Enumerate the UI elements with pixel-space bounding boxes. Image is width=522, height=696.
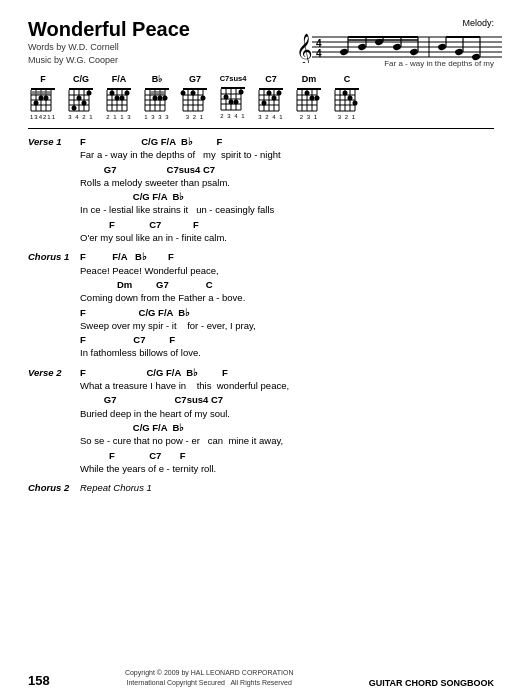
- song-content: Verse 1 F C/G F/A B♭ F Far a - way in th…: [28, 135, 494, 496]
- divider: [28, 128, 494, 129]
- verse2-label: Verse 2: [28, 366, 80, 381]
- svg-point-53: [77, 96, 82, 101]
- verse1-line3: C/G F/A B♭ In ce - lestial like strains …: [80, 190, 494, 217]
- header: Wonderful Peace Words by W.D. Cornell Mu…: [28, 18, 494, 68]
- svg-point-83: [163, 96, 168, 101]
- chord-diagrams-row: F 134211 C/G: [28, 74, 494, 120]
- svg-point-39: [34, 101, 39, 106]
- svg-point-123: [272, 96, 277, 101]
- svg-point-148: [343, 91, 348, 96]
- svg-point-149: [348, 96, 353, 101]
- svg-point-136: [310, 96, 315, 101]
- credits: Words by W.D. Cornell Music by W.G. Coop…: [28, 41, 190, 66]
- footer-book-title: GUITAR CHORD SONGBOOK: [369, 678, 494, 688]
- svg-rect-125: [297, 88, 321, 90]
- svg-point-41: [44, 96, 49, 101]
- svg-point-40: [39, 96, 44, 101]
- svg-rect-42: [69, 88, 93, 90]
- svg-rect-70: [145, 88, 169, 90]
- verse1-label: Verse 1: [28, 135, 80, 150]
- svg-point-21: [437, 43, 446, 51]
- svg-rect-80: [150, 91, 165, 95]
- svg-rect-28: [31, 88, 55, 90]
- footer-copyright: Copyright © 2009 by HAL LEONARD CORPORAT…: [125, 668, 294, 688]
- chord-diagram-FA: F/A 2 1 1 3: [104, 74, 134, 120]
- svg-point-23: [454, 48, 463, 56]
- verse2-row: Verse 2 F C/G F/A B♭ F What a treasure I…: [28, 366, 494, 476]
- svg-point-107: [224, 95, 229, 100]
- verse2-line1: F C/G F/A B♭ F What a treasure I have in…: [80, 366, 494, 393]
- svg-point-94: [181, 91, 186, 96]
- chorus1-line2: Dm G7 C Coming down from the Father a - …: [80, 278, 494, 305]
- chorus2-label: Chorus 2: [28, 481, 80, 496]
- chord-diagram-F: F 134211: [28, 74, 58, 120]
- verse1-content: F C/G F/A B♭ F Far a - way in the depths…: [80, 135, 494, 245]
- svg-point-66: [110, 91, 115, 96]
- verse2-content: F C/G F/A B♭ F What a treasure I have in…: [80, 366, 494, 476]
- svg-point-55: [87, 91, 92, 96]
- svg-rect-97: [221, 87, 245, 89]
- svg-point-67: [115, 96, 120, 101]
- chord-diagram-G7: G7 3 2 1: [180, 74, 210, 120]
- verse2-line3: C/G F/A B♭ So se - cure that no pow - er…: [80, 421, 494, 448]
- svg-rect-84: [183, 88, 207, 90]
- chorus1-content: F F/A B♭ F Peace! Peace! Wonderful peace…: [80, 250, 494, 360]
- verse2-line4: F C7 F While the years of e - ternity ro…: [80, 449, 494, 476]
- svg-rect-38: [31, 91, 51, 95]
- staff-svg: 𝄞 4 4: [294, 29, 504, 63]
- svg-point-12: [374, 38, 383, 46]
- svg-point-121: [262, 101, 267, 106]
- svg-point-54: [82, 101, 87, 106]
- svg-point-69: [125, 91, 130, 96]
- chord-diagram-C7sus4: C7sus4 2 3 4 1: [218, 74, 248, 119]
- verse1-line1: F C/G F/A B♭ F Far a - way in the depths…: [80, 135, 494, 162]
- melody-staff: 𝄞 4 4: [294, 29, 494, 57]
- verse2-line2: G7 C7sus4 C7 Buried deep in the heart of…: [80, 393, 494, 420]
- svg-point-124: [277, 91, 282, 96]
- svg-point-109: [234, 100, 239, 105]
- svg-point-108: [229, 100, 234, 105]
- chorus1-line4: F C7 F In fathomless billows of love.: [80, 333, 494, 360]
- chorus2-row: Chorus 2 Repeat Chorus 1: [28, 481, 494, 496]
- svg-point-68: [120, 96, 125, 101]
- svg-point-10: [357, 43, 366, 51]
- svg-rect-138: [335, 88, 359, 90]
- verse1-line2: G7 C7sus4 C7 Rolls a melody sweeter than…: [80, 163, 494, 190]
- svg-point-25: [471, 53, 480, 61]
- svg-point-16: [409, 48, 418, 56]
- chorus1-line3: F C/G F/A B♭ Sweep over my spir - it for…: [80, 306, 494, 333]
- repeat-text: Repeat Chorus 1: [80, 481, 494, 494]
- footer: 158 Copyright © 2009 by HAL LEONARD CORP…: [28, 668, 494, 688]
- chorus2-content: Repeat Chorus 1: [80, 481, 494, 494]
- svg-point-81: [153, 96, 158, 101]
- verse1-line4: F C7 F O'er my soul like an in - finite …: [80, 218, 494, 245]
- chord-diagram-CG: C/G 3 4 2 1: [66, 74, 96, 120]
- chorus1-row: Chorus 1 F F/A B♭ F Peace! Peace! Wonder…: [28, 250, 494, 360]
- chorus1-label: Chorus 1: [28, 250, 80, 265]
- svg-point-96: [201, 96, 206, 101]
- svg-point-110: [239, 90, 244, 95]
- verse1-row: Verse 1 F C/G F/A B♭ F Far a - way in th…: [28, 135, 494, 245]
- chord-diagram-Dm: Dm 2 3 1: [294, 74, 324, 120]
- svg-point-135: [305, 91, 310, 96]
- svg-text:𝄞: 𝄞: [296, 33, 313, 63]
- chord-diagram-C: C 3 2 1: [332, 74, 362, 120]
- svg-point-122: [267, 91, 272, 96]
- song-title: Wonderful Peace: [28, 18, 190, 41]
- svg-point-82: [158, 96, 163, 101]
- credits-line1: Words by W.D. Cornell: [28, 41, 190, 54]
- melody-section: Melody: 𝄞 4 4: [294, 18, 494, 68]
- page-number: 158: [28, 673, 50, 688]
- chord-diagram-C7: C7 3 2 4 1: [256, 74, 286, 120]
- svg-point-150: [353, 101, 358, 106]
- page: Wonderful Peace Words by W.D. Cornell Mu…: [0, 0, 522, 696]
- chorus1-line1: F F/A B♭ F Peace! Peace! Wonderful peace…: [80, 250, 494, 277]
- credits-line2: Music by W.G. Cooper: [28, 54, 190, 67]
- melody-label: Melody:: [462, 18, 494, 28]
- svg-point-95: [191, 91, 196, 96]
- svg-point-8: [339, 48, 348, 56]
- title-block: Wonderful Peace Words by W.D. Cornell Mu…: [28, 18, 190, 66]
- svg-rect-56: [107, 88, 131, 90]
- svg-rect-111: [259, 88, 283, 90]
- svg-point-14: [392, 43, 401, 51]
